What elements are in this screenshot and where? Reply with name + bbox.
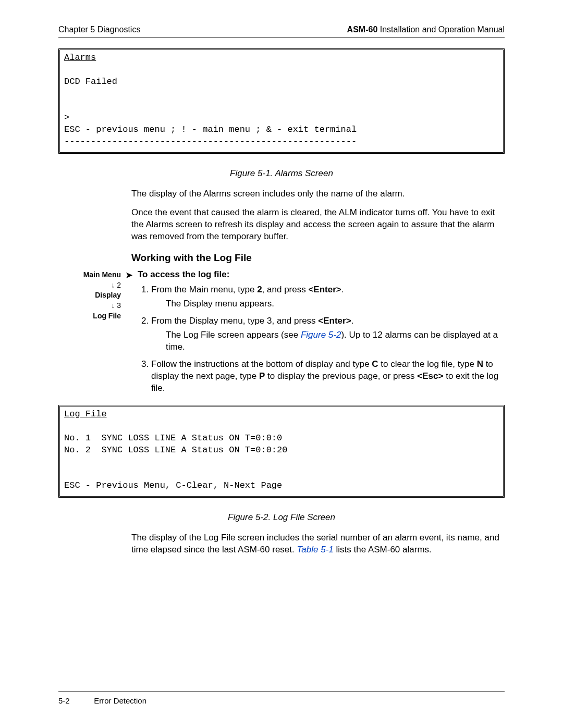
procedure-lead: To access the log file: <box>138 269 505 281</box>
step1-key-enter: <Enter> <box>308 285 341 294</box>
alarms-screen-box: Alarms DCD Failed > ESC - previous menu … <box>58 48 505 154</box>
document-page: Chapter 5 Diagnostics ASM-60 Installatio… <box>0 0 563 728</box>
log-file-screen-box: Log File No. 1 SYNC LOSS LINE A Status O… <box>58 405 505 498</box>
sidenote-down-3: ↓ 3 <box>58 301 121 311</box>
section-heading-log-file: Working with the Log File <box>131 252 505 264</box>
figure-5-1-caption: Figure 5-1. Alarms Screen <box>58 168 505 179</box>
step3-text-c: to clear the log file, type <box>378 359 477 369</box>
log-title: Log File <box>64 409 107 419</box>
step3-text-g: to display the previous page, or press <box>265 371 417 381</box>
footer-section: Error Detection <box>94 696 146 705</box>
procedure-row: Main Menu ↓ 2 Display ↓ 3 Log File ➤ To … <box>58 269 505 399</box>
step3-key-esc: <Esc> <box>417 371 443 381</box>
header-product: ASM-60 <box>347 25 378 34</box>
alarms-title: Alarms <box>64 53 96 63</box>
log-line2: No. 2 SYNC LOSS LINE A Status ON T=0:0:2… <box>64 445 287 455</box>
step1-key-2: 2 <box>257 285 262 294</box>
paragraph-1: The display of the Alarms screen include… <box>131 188 505 200</box>
alarms-dashes: ----------------------------------------… <box>64 137 357 146</box>
step1-text-e: . <box>341 285 344 294</box>
paragraph-2: Once the event that caused the alarm is … <box>131 207 505 243</box>
sidenote-main-menu: Main Menu <box>58 270 121 280</box>
alarms-prompt: > <box>64 113 69 122</box>
sidenote-log-file: Log File <box>58 311 121 322</box>
sidenote-down-2: ↓ 2 <box>58 280 121 291</box>
log-line1: No. 1 SYNC LOSS LINE A Status ON T=0:0:0 <box>64 433 282 443</box>
step2-text-c: . <box>351 316 354 326</box>
alarms-nav: ESC - previous menu ; ! - main menu ; & … <box>64 125 357 134</box>
step-3: Follow the instructions at the bottom of… <box>151 359 505 394</box>
header-left: Chapter 5 Diagnostics <box>58 25 140 34</box>
step2-key-enter: <Enter> <box>318 316 351 326</box>
sidenote-display: Display <box>58 290 121 301</box>
figure-5-2-link[interactable]: Figure 5-2 <box>301 330 341 340</box>
step1-text-a: From the Main menu, type <box>151 285 257 294</box>
paragraph-3: The display of the Log File screen inclu… <box>131 532 505 556</box>
page-footer: 5-2 Error Detection <box>58 692 505 705</box>
nav-sidenote: Main Menu ↓ 2 Display ↓ 3 Log File <box>58 269 125 321</box>
alarms-line1: DCD Failed <box>64 77 117 87</box>
para3-b: lists the ASM-60 alarms. <box>334 545 432 554</box>
step2-result: The Log File screen appears (see Figure … <box>166 329 505 353</box>
page-header: Chapter 5 Diagnostics ASM-60 Installatio… <box>58 25 505 38</box>
step3-key-n: N <box>477 359 483 369</box>
page-number: 5-2 <box>58 696 92 705</box>
step-1: From the Main menu, type 2, and press <E… <box>151 284 505 310</box>
step2-sub-a: The Log File screen appears (see <box>166 330 301 340</box>
procedure-steps: From the Main menu, type 2, and press <E… <box>138 284 505 394</box>
step1-result: The Display menu appears. <box>166 298 505 310</box>
header-manual: Installation and Operation Manual <box>377 25 505 34</box>
procedure-content: To access the log file: From the Main me… <box>138 269 505 399</box>
step3-text-a: Follow the instructions at the bottom of… <box>151 359 372 369</box>
table-5-1-link[interactable]: Table 5-1 <box>297 545 334 554</box>
step2-text-a: From the Display menu, type 3, and press <box>151 316 318 326</box>
figure-5-2-caption: Figure 5-2. Log File Screen <box>58 512 505 523</box>
procedure-arrow-icon: ➤ <box>125 269 138 281</box>
step3-key-c: C <box>372 359 378 369</box>
log-nav: ESC - Previous Menu, C-Clear, N-Next Pag… <box>64 480 282 490</box>
step1-text-c: , and press <box>262 285 309 294</box>
step3-key-p: P <box>259 371 265 381</box>
header-right: ASM-60 Installation and Operation Manual <box>347 25 505 34</box>
step-2: From the Display menu, type 3, and press… <box>151 315 505 353</box>
